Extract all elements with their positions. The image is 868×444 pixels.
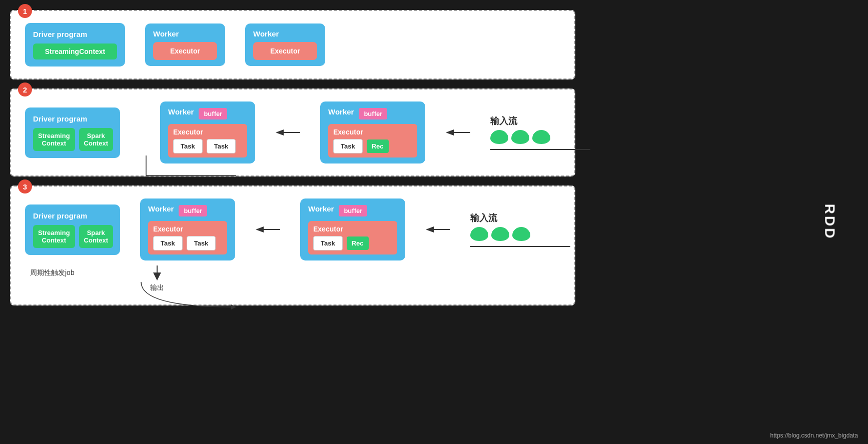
streaming-context-badge-2: Streaming Context xyxy=(33,128,75,151)
arrow-blobs-3 xyxy=(425,220,450,240)
spark-context-badge-3: Spark Context xyxy=(79,225,113,248)
executor-label-2-2: Executor xyxy=(333,128,412,136)
blob-3-2 xyxy=(491,227,509,241)
worker-title-2-1: Worker xyxy=(168,108,194,116)
driver-badges-2: Streaming Context Spark Context xyxy=(33,128,112,151)
task-3-2-1: Task xyxy=(313,236,343,250)
worker-box-3-1: Worker buffer Executor Task Task xyxy=(140,198,235,260)
input-flow-label-2: 输入流 xyxy=(490,115,517,127)
section-3: 3 Driver program Streaming Context Spark… xyxy=(10,186,575,306)
task-2-1-1: Task xyxy=(173,139,203,154)
driver-badges-3: Streaming Context Spark Context xyxy=(33,225,112,248)
output-area: 输出 xyxy=(150,266,164,292)
rec-badge-2-2: Rec xyxy=(367,140,389,153)
worker-box-1-2: Worker Executor xyxy=(245,24,325,66)
arrow-between-workers-2 xyxy=(275,122,300,142)
credit-text: https://blog.csdn.net/jmx_bigdata xyxy=(770,432,858,439)
executor-inner-3-1: Executor Task Task xyxy=(148,221,227,254)
worker-title-1-2: Worker xyxy=(253,30,317,38)
buffer-tag-2-2: buffer xyxy=(359,108,387,120)
blob-2-1 xyxy=(490,130,508,144)
driver-title-1: Driver program xyxy=(33,30,117,38)
task-2-2-1: Task xyxy=(333,139,363,154)
rec-badge-3-2: Rec xyxy=(347,236,369,250)
spark-context-badge-2: Spark Context xyxy=(79,128,113,151)
driver-box-3: Driver program Streaming Context Spark C… xyxy=(25,204,120,255)
section-2: 2 Driver program Streaming Context Spark… xyxy=(10,88,575,176)
arrow-blobs-2 xyxy=(445,122,470,142)
executor-inner-2-2: Executor Task Rec xyxy=(328,124,417,158)
input-flow-label-3: 输入流 xyxy=(470,212,497,224)
rdd-label: RDD xyxy=(822,204,838,240)
worker-box-2-1: Worker buffer Executor Task Task xyxy=(160,102,255,164)
worker-box-1-1: Worker Executor xyxy=(145,24,225,66)
executor-label-3-2: Executor xyxy=(313,225,392,233)
driver-title-3: Driver program xyxy=(33,212,112,220)
blob-3-3 xyxy=(512,227,530,241)
streaming-context-badge-1: StreamingContext xyxy=(33,44,117,60)
worker-title-2-2: Worker xyxy=(328,108,354,116)
input-line-3 xyxy=(470,246,570,247)
executor-1-2: Executor xyxy=(253,42,317,60)
periodic-label: 周期性触发job xyxy=(30,268,120,278)
task-3-1-2: Task xyxy=(187,236,216,250)
worker-title-3-2: Worker xyxy=(308,204,334,213)
task-3-1-1: Task xyxy=(153,236,183,250)
worker-title-1-1: Worker xyxy=(153,30,217,38)
output-label: 输出 xyxy=(150,284,164,292)
task-2-1-2: Task xyxy=(207,139,236,154)
blob-2-3 xyxy=(532,130,550,144)
input-area-2: 输入流 xyxy=(490,115,590,150)
badge-2: 2 xyxy=(18,82,32,96)
blob-2-2 xyxy=(511,130,529,144)
buffer-tag-3-1: buffer xyxy=(179,205,207,216)
section-1: 1 Driver program StreamingContext Worker… xyxy=(10,10,575,80)
badge-3: 3 xyxy=(18,180,32,194)
worker-box-2-2: Worker buffer Executor Task Rec xyxy=(320,102,425,164)
output-arrow xyxy=(151,266,163,280)
driver-title-2: Driver program xyxy=(33,114,112,123)
worker-box-3-2: Worker buffer Executor Task Rec xyxy=(300,198,405,260)
buffer-tag-2-1: buffer xyxy=(199,108,227,120)
tasks-row-2-2: Task Rec xyxy=(333,139,412,154)
blob-3-1 xyxy=(470,227,488,241)
blobs-2 xyxy=(490,130,550,144)
executor-label-3-1: Executor xyxy=(153,225,222,233)
input-area-3: 输入流 xyxy=(470,212,570,247)
streaming-context-badge-3: Streaming Context xyxy=(33,225,75,248)
worker-title-3-1: Worker xyxy=(148,204,174,213)
executor-1-1: Executor xyxy=(153,42,217,60)
buffer-tag-3-2: buffer xyxy=(339,205,367,216)
executor-label-2-1: Executor xyxy=(173,128,242,136)
section3-bottom-notes: 周期性触发job 输出 xyxy=(25,266,560,292)
svg-marker-7 xyxy=(231,304,236,310)
blobs-3 xyxy=(470,227,530,241)
executor-inner-3-2: Executor Task Rec xyxy=(308,221,397,254)
driver-box-1: Driver program StreamingContext xyxy=(25,23,125,66)
tasks-row-2-1: Task Task xyxy=(173,139,242,154)
tasks-row-3-2: Task Rec xyxy=(313,236,392,250)
input-line-2 xyxy=(490,149,590,150)
arrow-between-workers-3 xyxy=(255,220,280,240)
executor-inner-2-1: Executor Task Task xyxy=(168,124,247,158)
badge-1: 1 xyxy=(18,4,32,18)
tasks-row-3-1: Task Task xyxy=(153,236,222,250)
driver-box-2: Driver program Streaming Context Spark C… xyxy=(25,108,120,158)
